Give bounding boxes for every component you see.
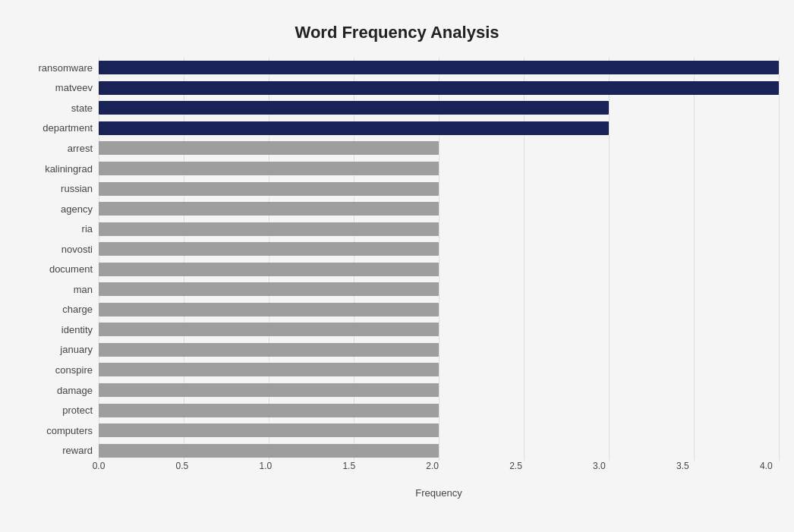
bar-row — [99, 281, 779, 297]
bar — [99, 343, 439, 357]
bar — [99, 444, 439, 458]
bars-container: 0.00.51.01.52.02.53.03.54.0 Frequency — [99, 58, 779, 483]
bar — [99, 282, 439, 296]
bar-row — [99, 361, 779, 378]
x-ticks: 0.00.51.01.52.02.53.03.54.0 — [99, 461, 779, 471]
x-tick-label: 3.5 — [676, 461, 689, 471]
bar — [99, 162, 439, 175]
x-tick-label: 1.0 — [259, 461, 272, 471]
bar — [99, 323, 439, 336]
x-tick-label: 3.0 — [593, 461, 606, 471]
y-axis-label: russian — [61, 181, 93, 197]
bar — [99, 141, 439, 155]
bar — [99, 242, 439, 256]
bar — [99, 202, 439, 216]
y-axis-label: computers — [46, 422, 93, 439]
y-axis-label: ransomware — [38, 59, 93, 76]
grid-line — [524, 58, 525, 461]
grid-line — [354, 58, 354, 461]
y-axis-label: charge — [62, 301, 93, 318]
x-tick-label: 0.0 — [93, 461, 106, 471]
y-axis-label: novosti — [61, 241, 93, 257]
bar-row — [99, 140, 779, 156]
bar-row — [99, 200, 779, 217]
chart-area: ransomwarematveevstatedepartmentarrestka… — [15, 58, 779, 483]
bar — [99, 81, 779, 95]
bar — [99, 61, 779, 74]
bar-row — [99, 402, 779, 419]
grid-line — [184, 58, 184, 461]
bar — [99, 404, 439, 417]
bar-row — [99, 80, 779, 96]
grid-line — [269, 58, 269, 461]
chart-container: Word Frequency Analysis ransomwarematvee… — [0, 0, 794, 532]
bar — [99, 121, 609, 135]
x-tick-label: 4.0 — [760, 461, 773, 471]
bar — [99, 303, 439, 316]
bar-row — [99, 422, 779, 439]
y-axis-label: arrest — [68, 140, 93, 156]
bar-row — [99, 261, 779, 278]
bar — [99, 182, 439, 196]
grid-line — [694, 58, 695, 461]
y-axis-label: man — [74, 281, 93, 297]
bar — [99, 423, 439, 437]
bar-row — [99, 382, 779, 398]
x-tick-label: 1.5 — [342, 461, 355, 471]
y-axis-label: damage — [57, 382, 93, 398]
grid-line — [439, 58, 440, 461]
grid-line — [609, 58, 610, 461]
x-axis-label: Frequency — [99, 487, 779, 499]
grid-line — [99, 58, 99, 461]
y-axis-label: document — [49, 261, 93, 278]
y-axis-label: agency — [61, 200, 93, 217]
y-axis-label: matveev — [55, 80, 93, 96]
y-axis-label: protect — [62, 402, 93, 419]
chart-title: Word Frequency Analysis — [15, 15, 779, 42]
bar — [99, 222, 439, 236]
bar-row — [99, 221, 779, 238]
y-axis: ransomwarematveevstatedepartmentarrestka… — [15, 58, 99, 483]
bar — [99, 383, 439, 397]
bar-row — [99, 301, 779, 318]
bar-row — [99, 181, 779, 197]
y-axis-label: january — [60, 342, 93, 358]
grid-line — [779, 58, 780, 461]
x-tick-label: 2.5 — [509, 461, 522, 471]
bar-row — [99, 321, 779, 338]
bar-row — [99, 160, 779, 177]
bar-row — [99, 442, 779, 459]
y-axis-label: reward — [62, 442, 93, 459]
bar-row — [99, 241, 779, 257]
y-axis-label: ria — [82, 221, 93, 238]
x-axis: 0.00.51.01.52.02.53.03.54.0 Frequency — [99, 461, 779, 483]
y-axis-label: department — [43, 120, 93, 137]
x-tick-label: 0.5 — [176, 461, 189, 471]
bar-row — [99, 99, 779, 116]
bar-row — [99, 120, 779, 137]
bar — [99, 363, 439, 376]
bar — [99, 101, 609, 115]
y-axis-label: identity — [61, 321, 93, 338]
bar — [99, 263, 439, 276]
bar-row — [99, 59, 779, 76]
grid-lines — [99, 58, 779, 461]
y-axis-label: conspire — [55, 361, 93, 378]
x-tick-label: 2.0 — [426, 461, 439, 471]
bar-row — [99, 342, 779, 358]
plot-area: 0.00.51.01.52.02.53.03.54.0 Frequency — [99, 58, 779, 483]
y-axis-label: state — [71, 99, 93, 116]
y-axis-label: kaliningrad — [45, 160, 93, 177]
